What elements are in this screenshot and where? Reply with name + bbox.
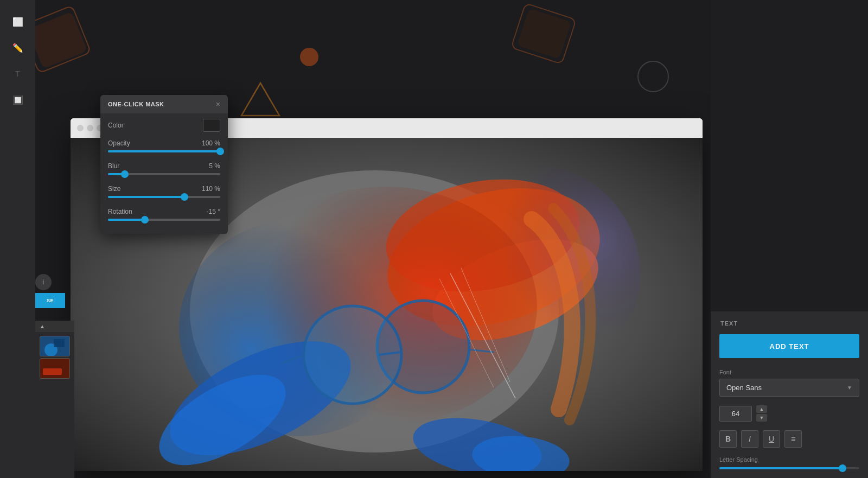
mask-opacity-fill	[108, 150, 220, 152]
layer-panel-header[interactable]: ▲	[35, 321, 74, 332]
svg-rect-26	[54, 339, 65, 347]
svg-point-15	[378, 302, 468, 392]
mask-color-label: Color	[108, 122, 124, 129]
font-value: Open Sans	[726, 384, 762, 392]
mask-rotation-label: Rotation	[108, 208, 132, 215]
format-bold[interactable]: B	[719, 430, 737, 448]
browser-dot-1	[77, 125, 84, 131]
right-panel: TEXT ADD TEXT Font Open Sans ▼ 64 ▲ ▼ B …	[711, 0, 868, 478]
font-section: Font Open Sans ▼	[719, 369, 859, 397]
right-panel-bottom: TEXT ADD TEXT Font Open Sans ▼ 64 ▲ ▼ B …	[711, 311, 868, 478]
mask-close-button[interactable]: ×	[216, 100, 220, 108]
mask-blur-value: 5 %	[209, 162, 220, 170]
sidebar-tool-2[interactable]: ✏️	[7, 37, 29, 59]
right-panel-top	[711, 0, 868, 311]
sidebar-tool-1[interactable]: ⬜	[7, 11, 29, 33]
mask-size-value: 110 %	[202, 185, 220, 193]
mask-size-thumb[interactable]	[181, 193, 188, 201]
font-size-input[interactable]: 64	[719, 406, 752, 422]
layer-panel-chevron: ▲	[40, 323, 45, 329]
mask-rotation-slider[interactable]	[108, 219, 220, 221]
mask-blur-label: Blur	[108, 162, 119, 170]
mask-opacity-thumb[interactable]	[216, 148, 224, 155]
mask-size-slider[interactable]	[108, 196, 220, 198]
browser-dot-2	[87, 125, 93, 131]
format-underline[interactable]: U	[763, 430, 780, 448]
mask-size-fill	[108, 196, 184, 198]
mask-opacity-row: Opacity 100 %	[100, 134, 228, 148]
font-label: Font	[719, 369, 859, 375]
letter-spacing-fill	[719, 467, 843, 469]
font-size-down[interactable]: ▼	[756, 414, 767, 422]
sidebar-tool-4[interactable]: 🔲	[7, 89, 29, 111]
svg-rect-28	[43, 368, 62, 375]
mask-blur-slider[interactable]	[108, 173, 220, 175]
mask-rotation-fill	[108, 219, 145, 221]
letter-spacing-label: Letter Spacing	[719, 456, 859, 463]
left-sidebar: ⬜ ✏️ T 🔲	[0, 0, 35, 478]
mask-blur-row: Blur 5 %	[100, 157, 228, 171]
mask-opacity-label: Opacity	[108, 139, 130, 147]
sidebar-tool-3[interactable]: T	[7, 63, 29, 85]
mask-color-swatch[interactable]	[203, 119, 220, 132]
mask-opacity-slider[interactable]	[108, 150, 220, 152]
mask-color-row: Color	[100, 113, 228, 134]
layer-panel: ▲	[35, 321, 74, 478]
mask-panel: ONE-CLICK MASK × Color Opacity 100 % Blu…	[100, 95, 228, 234]
mask-size-label: Size	[108, 185, 120, 193]
letter-spacing-thumb[interactable]	[839, 464, 846, 472]
mask-panel-header: ONE-CLICK MASK ×	[100, 95, 228, 113]
mask-opacity-value: 100 %	[202, 139, 220, 147]
mask-blur-thumb[interactable]	[121, 170, 129, 178]
layer-thumb-1[interactable]	[40, 336, 70, 356]
mask-panel-title: ONE-CLICK MASK	[108, 101, 164, 107]
font-select[interactable]: Open Sans ▼	[719, 379, 859, 397]
info-icon: i	[43, 278, 44, 286]
font-size-stepper: ▲ ▼	[756, 405, 767, 422]
layer-thumb-2[interactable]	[40, 358, 70, 379]
add-text-button[interactable]: ADD TEXT	[719, 334, 859, 358]
font-size-up[interactable]: ▲	[756, 405, 767, 413]
blue-side-button[interactable]: SE	[35, 293, 65, 308]
layer-list	[35, 332, 74, 383]
info-button[interactable]: i	[35, 274, 52, 290]
text-format-row: B I U ≡	[719, 430, 859, 448]
mask-size-row: Size 110 %	[100, 180, 228, 194]
mask-rotation-value: -15 °	[207, 208, 220, 215]
format-align[interactable]: ≡	[784, 430, 802, 448]
font-size-row: 64 ▲ ▼	[719, 405, 859, 422]
text-section-label: TEXT	[719, 320, 859, 327]
mask-rotation-row: Rotation -15 °	[100, 202, 228, 216]
mask-rotation-thumb[interactable]	[141, 216, 149, 224]
letter-spacing-slider[interactable]	[719, 467, 859, 469]
format-italic[interactable]: I	[741, 430, 758, 448]
font-dropdown-icon: ▼	[847, 385, 852, 391]
